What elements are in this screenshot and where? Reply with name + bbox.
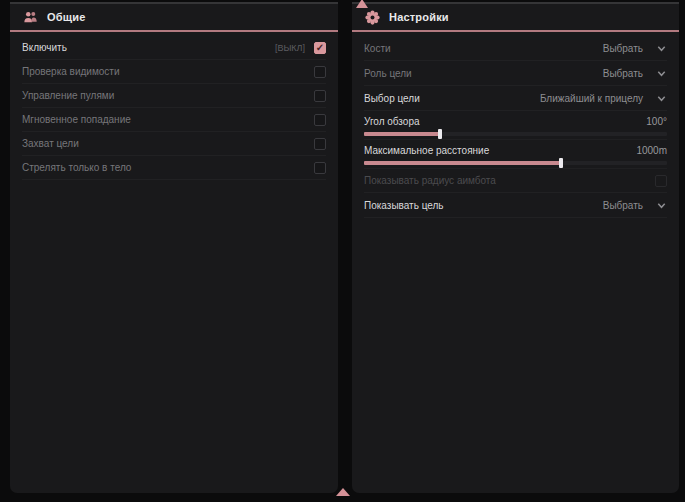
slider-thumb[interactable]	[438, 129, 442, 139]
select-value: Выбрать	[603, 200, 643, 211]
slider-value: 1000m	[636, 145, 667, 156]
row-label: Включить	[22, 42, 67, 53]
chevron-down-icon	[656, 200, 667, 211]
row-label: Максимальное расстояние	[364, 145, 489, 156]
select-dropdown[interactable]: Выбрать	[603, 43, 667, 54]
general-row-0: Включить[ВЫКЛ]✓	[22, 36, 326, 60]
row-controls	[314, 138, 326, 150]
chevron-down-icon	[656, 68, 667, 79]
select-dropdown[interactable]: Ближайший к прицелу	[540, 93, 667, 104]
chevron-down-icon	[656, 43, 667, 54]
slider-thumb[interactable]	[559, 158, 563, 168]
row-controls: Ближайший к прицелу	[540, 93, 667, 104]
panel-settings-title: Настройки	[389, 11, 449, 23]
panel-settings-body: КостиВыбратьРоль целиВыбратьВыбор целиБл…	[352, 32, 679, 218]
users-icon	[23, 10, 38, 25]
checkbox[interactable]	[314, 90, 326, 102]
row-label: Показывать радиус аимбота	[364, 175, 496, 186]
panel-settings: Настройки КостиВыбратьРоль целиВыбратьВы…	[352, 2, 679, 493]
row-controls	[655, 175, 667, 187]
scroll-indicator-icon[interactable]	[336, 488, 350, 496]
row-controls: Выбрать	[603, 43, 667, 54]
gear-icon	[365, 10, 380, 25]
general-row-1: Проверка видимости	[22, 60, 326, 84]
panel-general-body: Включить[ВЫКЛ]✓Проверка видимостиУправле…	[10, 32, 338, 180]
row-label: Захват цели	[22, 138, 79, 149]
chevron-down-icon	[656, 93, 667, 104]
row-controls: Выбрать	[603, 200, 667, 211]
checkbox[interactable]: ✓	[314, 42, 326, 54]
row-label: Угол обзора	[364, 116, 420, 127]
slider-value: 100°	[646, 116, 667, 127]
row-label: Кости	[364, 43, 391, 54]
row-label: Стрелять только в тело	[22, 162, 131, 173]
row-label: Управление пулями	[22, 90, 114, 101]
general-row-5: Стрелять только в тело	[22, 156, 326, 180]
row-label: Проверка видимости	[22, 66, 120, 77]
panel-general-header: Общие	[10, 4, 338, 32]
settings-row-1: Роль целиВыбрать	[364, 61, 667, 86]
row-controls	[314, 114, 326, 126]
checkbox[interactable]	[314, 138, 326, 150]
checkmark-icon: ✓	[316, 43, 324, 53]
settings-row-4: Максимальное расстояние1000m	[364, 140, 667, 169]
checkbox[interactable]	[655, 175, 667, 187]
select-value: Выбрать	[603, 43, 643, 54]
panel-general: Общие Включить[ВЫКЛ]✓Проверка видимостиУ…	[10, 2, 338, 493]
row-controls: [ВЫКЛ]✓	[275, 42, 326, 54]
select-value: Ближайший к прицелу	[540, 93, 643, 104]
select-dropdown[interactable]: Выбрать	[603, 68, 667, 79]
settings-row-3: Угол обзора100°	[364, 111, 667, 140]
checkbox[interactable]	[314, 162, 326, 174]
settings-row-2: Выбор целиБлижайший к прицелу	[364, 86, 667, 111]
row-label: Роль цели	[364, 68, 412, 79]
slider-fill	[364, 161, 561, 165]
select-dropdown[interactable]: Выбрать	[603, 200, 667, 211]
panel-general-title: Общие	[47, 11, 86, 23]
row-label: Выбор цели	[364, 93, 420, 104]
row-label: Показывать цель	[364, 200, 444, 211]
cursor-arrow-icon	[356, 0, 368, 8]
general-row-3: Мгновенное попадание	[22, 108, 326, 132]
checkbox[interactable]	[314, 66, 326, 78]
row-label: Мгновенное попадание	[22, 114, 131, 125]
settings-row-6: Показывать цельВыбрать	[364, 193, 667, 218]
slider-track[interactable]	[364, 132, 667, 136]
settings-row-5: Показывать радиус аимбота	[364, 169, 667, 193]
hotkey-label: [ВЫКЛ]	[275, 43, 305, 53]
slider-track[interactable]	[364, 161, 667, 165]
slider-label-row: Угол обзора100°	[364, 114, 667, 128]
row-controls: Выбрать	[603, 68, 667, 79]
row-controls	[314, 162, 326, 174]
panel-settings-header: Настройки	[352, 4, 679, 32]
select-value: Выбрать	[603, 68, 643, 79]
general-row-4: Захват цели	[22, 132, 326, 156]
checkbox[interactable]	[314, 114, 326, 126]
row-controls	[314, 90, 326, 102]
slider-label-row: Максимальное расстояние1000m	[364, 143, 667, 157]
settings-row-0: КостиВыбрать	[364, 36, 667, 61]
row-controls	[314, 66, 326, 78]
general-row-2: Управление пулями	[22, 84, 326, 108]
slider-fill	[364, 132, 440, 136]
